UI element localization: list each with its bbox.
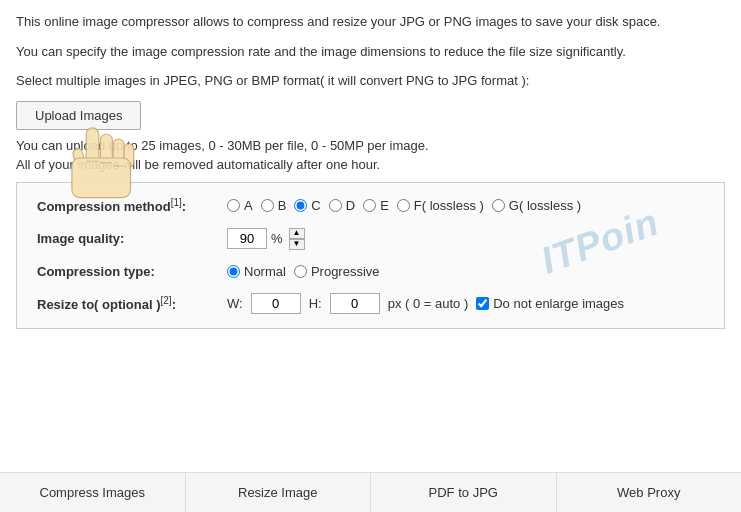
compression-method-footnote: [1] [171, 197, 182, 208]
image-quality-label: Image quality: [37, 231, 227, 246]
resize-row: Resize to( optional )[2]: W: H: px ( 0 =… [37, 293, 704, 314]
main-content: This online image compressor allows to c… [0, 0, 741, 329]
resize-h-input[interactable] [330, 293, 380, 314]
method-a[interactable]: A [227, 198, 253, 213]
compress-images-button[interactable]: Compress Images [0, 473, 186, 512]
method-d[interactable]: D [329, 198, 355, 213]
resize-w-label: W: [227, 296, 243, 311]
resize-label: Resize to( optional )[2]: [37, 295, 227, 312]
compression-type-row: Compression type: Normal Progressive [37, 264, 704, 279]
options-box: Compression method[1]: A B C D E F( loss… [16, 182, 725, 329]
desc-line1: This online image compressor allows to c… [16, 12, 725, 32]
quality-stepper: ▲ ▼ [289, 228, 305, 250]
resize-footnote: [2] [161, 295, 172, 306]
compression-method-label: Compression method[1]: [37, 197, 227, 214]
method-f[interactable]: F( lossless ) [397, 198, 484, 213]
desc-line3: Select multiple images in JPEG, PNG or B… [16, 71, 725, 91]
upload-section: Upload Images [16, 101, 725, 130]
compression-type-label: Compression type: [37, 264, 227, 279]
method-e[interactable]: E [363, 198, 389, 213]
method-c[interactable]: C [294, 198, 320, 213]
quality-unit: % [271, 231, 283, 246]
quality-decrement-button[interactable]: ▼ [289, 239, 305, 250]
web-proxy-button[interactable]: Web Proxy [557, 473, 742, 512]
resize-unit: px ( 0 = auto ) [388, 296, 469, 311]
compression-method-row: Compression method[1]: A B C D E F( loss… [37, 197, 704, 214]
description-block: This online image compressor allows to c… [16, 12, 725, 91]
pdf-to-jpg-button[interactable]: PDF to JPG [371, 473, 557, 512]
resize-image-button[interactable]: Resize Image [186, 473, 372, 512]
compression-type-group: Normal Progressive [227, 264, 380, 279]
quality-row: % ▲ ▼ [227, 228, 305, 250]
type-progressive[interactable]: Progressive [294, 264, 380, 279]
quality-input[interactable] [227, 228, 267, 249]
resize-inputs: W: H: px ( 0 = auto ) Do not enlarge ima… [227, 293, 624, 314]
resize-w-input[interactable] [251, 293, 301, 314]
quality-increment-button[interactable]: ▲ [289, 228, 305, 239]
image-quality-row: Image quality: % ▲ ▼ [37, 228, 704, 250]
method-b[interactable]: B [261, 198, 287, 213]
upload-info-text: You can upload up to 25 images, 0 - 30MB… [16, 138, 725, 153]
type-normal[interactable]: Normal [227, 264, 286, 279]
do-not-enlarge-checkbox[interactable] [476, 297, 489, 310]
auto-remove-text: All of your images will be removed autom… [16, 157, 725, 172]
resize-h-label: H: [309, 296, 322, 311]
upload-images-button[interactable]: Upload Images [16, 101, 141, 130]
desc-line2: You can specify the image compression ra… [16, 42, 725, 62]
method-g[interactable]: G( lossless ) [492, 198, 581, 213]
bottom-toolbar: Compress Images Resize Image PDF to JPG … [0, 472, 741, 512]
compression-method-group: A B C D E F( lossless ) G( lossless ) [227, 198, 581, 213]
do-not-enlarge-label[interactable]: Do not enlarge images [476, 296, 624, 311]
